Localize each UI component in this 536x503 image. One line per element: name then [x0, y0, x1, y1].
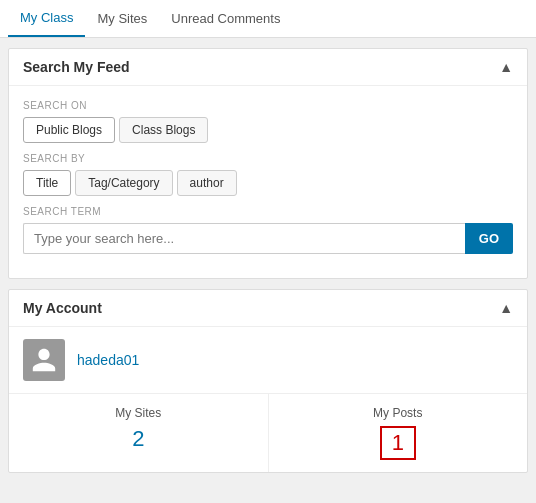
username-link[interactable]: hadeda01 — [77, 352, 139, 368]
stats-row: My Sites 2 My Posts 1 — [9, 394, 527, 472]
nav-unread-comments[interactable]: Unread Comments — [159, 1, 292, 36]
search-input-row: GO — [23, 223, 513, 254]
my-posts-stat: My Posts 1 — [269, 394, 528, 472]
search-on-options: Public Blogs Class Blogs — [23, 117, 513, 143]
search-by-tag-category[interactable]: Tag/Category — [75, 170, 172, 196]
avatar — [23, 339, 65, 381]
user-avatar-icon — [30, 346, 58, 374]
search-on-section: SEARCH ON Public Blogs Class Blogs — [23, 100, 513, 143]
search-panel-body: SEARCH ON Public Blogs Class Blogs SEARC… — [9, 86, 527, 278]
search-input[interactable] — [23, 223, 465, 254]
search-on-class-blogs[interactable]: Class Blogs — [119, 117, 208, 143]
search-on-public-blogs[interactable]: Public Blogs — [23, 117, 115, 143]
search-term-label: SEARCH TERM — [23, 206, 513, 217]
search-on-label: SEARCH ON — [23, 100, 513, 111]
top-navigation: My Class My Sites Unread Comments — [0, 0, 536, 38]
search-by-section: SEARCH BY Title Tag/Category author — [23, 153, 513, 196]
my-sites-stat: My Sites 2 — [9, 394, 269, 472]
account-panel: My Account ▲ hadeda01 My Sites 2 My Post… — [8, 289, 528, 473]
my-posts-value: 1 — [380, 426, 416, 460]
account-panel-title: My Account — [23, 300, 102, 316]
search-term-section: SEARCH TERM GO — [23, 206, 513, 254]
search-panel-title: Search My Feed — [23, 59, 130, 75]
search-panel-header: Search My Feed ▲ — [9, 49, 527, 86]
my-posts-value-wrapper: 1 — [277, 426, 520, 460]
search-by-title[interactable]: Title — [23, 170, 71, 196]
search-panel-collapse-icon[interactable]: ▲ — [499, 59, 513, 75]
my-sites-value: 2 — [17, 426, 260, 452]
search-by-options: Title Tag/Category author — [23, 170, 513, 196]
account-panel-collapse-icon[interactable]: ▲ — [499, 300, 513, 316]
account-panel-header: My Account ▲ — [9, 290, 527, 327]
account-user-row: hadeda01 — [9, 327, 527, 394]
search-by-label: SEARCH BY — [23, 153, 513, 164]
search-panel: Search My Feed ▲ SEARCH ON Public Blogs … — [8, 48, 528, 279]
my-posts-label: My Posts — [277, 406, 520, 420]
search-by-author[interactable]: author — [177, 170, 237, 196]
my-sites-label: My Sites — [17, 406, 260, 420]
nav-my-sites[interactable]: My Sites — [85, 1, 159, 36]
nav-my-class[interactable]: My Class — [8, 0, 85, 37]
go-button[interactable]: GO — [465, 223, 513, 254]
